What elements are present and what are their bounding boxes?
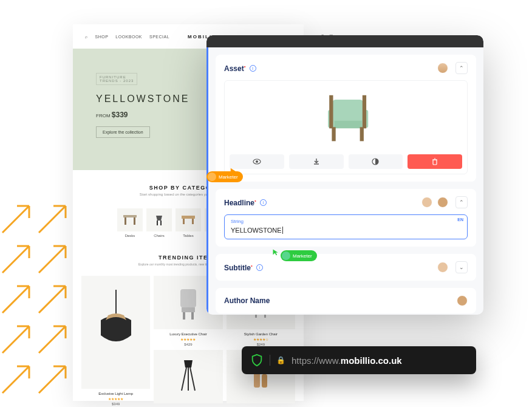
svg-rect-9: [124, 217, 126, 225]
svg-point-43: [256, 160, 258, 163]
info-icon[interactable]: i: [250, 65, 256, 72]
search-icon[interactable]: ⌕: [85, 35, 88, 39]
asset-panel: Asset• i ⌃: [216, 55, 476, 182]
svg-rect-33: [262, 374, 267, 388]
svg-rect-41: [363, 95, 366, 129]
field-type-label: String: [231, 219, 461, 224]
avatar[interactable]: [457, 295, 468, 306]
panel-title: Author Name: [224, 296, 270, 305]
asset-toolbar: [230, 154, 462, 169]
svg-line-29: [182, 368, 186, 391]
svg-rect-13: [182, 216, 195, 219]
tag-label: Marketer: [293, 253, 312, 259]
svg-rect-15: [192, 219, 194, 224]
avatar[interactable]: [437, 197, 448, 208]
marketer-tag: Marketer: [206, 171, 243, 182]
cms-editor-window: Asset• i ⌃ Headline•: [206, 35, 483, 315]
tag-label: Marketer: [219, 174, 238, 180]
panel-title: Headline•: [224, 198, 256, 207]
asset-image[interactable]: [230, 86, 462, 149]
cursor-icon: [272, 247, 279, 255]
avatar: [282, 251, 290, 260]
collapse-button[interactable]: ⌃: [455, 196, 468, 208]
subtitle-panel: Subtitle• i ⌄: [216, 254, 476, 281]
collapse-button[interactable]: ⌃: [455, 62, 468, 74]
svg-rect-14: [183, 219, 185, 224]
svg-rect-24: [191, 312, 194, 320]
product-card[interactable]: Exclusive Light Lamp ★★★★★ $349: [81, 276, 150, 407]
lock-icon: 🔒: [276, 356, 285, 364]
svg-rect-22: [182, 307, 195, 312]
svg-rect-34: [332, 100, 364, 124]
svg-rect-12: [160, 221, 162, 225]
headline-panel: Headline• i ⌃ String YELLOWSTONE EN: [216, 189, 476, 247]
window-titlebar: [206, 35, 483, 47]
marketer-tag: Marketer: [281, 250, 317, 261]
avatar: [208, 173, 216, 181]
avatar[interactable]: [437, 63, 448, 74]
svg-rect-10: [134, 217, 135, 225]
panel-header[interactable]: Author Name: [224, 295, 468, 306]
asset-body: [224, 80, 468, 174]
author-panel: Author Name: [216, 288, 476, 313]
svg-rect-8: [123, 215, 137, 217]
panel-header[interactable]: Subtitle• i ⌄: [224, 261, 468, 273]
svg-rect-40: [329, 95, 333, 129]
contrast-button[interactable]: [349, 154, 403, 169]
svg-rect-45: [433, 160, 437, 165]
product-image: [154, 350, 222, 403]
svg-rect-39: [360, 127, 364, 141]
category-item[interactable]: Tables: [176, 208, 201, 238]
nav-shop[interactable]: SHOP: [95, 35, 109, 39]
info-icon[interactable]: i: [260, 199, 267, 206]
editor-body: Asset• i ⌃ Headline•: [206, 47, 483, 315]
category-item[interactable]: Chairs: [146, 208, 172, 238]
delete-button[interactable]: [408, 154, 462, 169]
svg-rect-38: [332, 127, 335, 141]
svg-line-31: [190, 368, 195, 391]
avatar[interactable]: [437, 262, 448, 273]
browser-url-bar: 🔒 https://www.mobillio.co.uk: [242, 346, 476, 374]
field-value: YELLOWSTONE: [231, 227, 283, 234]
svg-rect-21: [180, 289, 196, 307]
info-icon[interactable]: i: [256, 264, 263, 271]
explore-button[interactable]: Explore the collection: [96, 126, 150, 138]
download-button[interactable]: [289, 154, 344, 169]
category-item[interactable]: Desks: [117, 208, 143, 238]
panel-header[interactable]: Headline• i ⌃: [224, 196, 468, 208]
panel-title: Asset•: [224, 64, 246, 73]
panel-title: Subtitle•: [224, 263, 253, 272]
nav-lookbook[interactable]: LOOKBOOK: [115, 35, 142, 39]
hero-eyebrow: FURNITURE TRENDS - 2023: [96, 73, 137, 85]
url-text: https://www.mobillio.co.uk: [292, 355, 402, 366]
expand-button[interactable]: ⌄: [455, 261, 468, 273]
shield-icon: [250, 354, 264, 367]
avatar[interactable]: [421, 197, 432, 208]
separator: [270, 355, 270, 366]
product-card[interactable]: Black Studio Lamp ★★★★★ $349: [154, 350, 222, 407]
svg-rect-35: [332, 121, 364, 129]
svg-rect-11: [157, 221, 158, 225]
panel-header[interactable]: Asset• i ⌃: [224, 62, 468, 74]
nav-special[interactable]: SPECIAL: [149, 35, 169, 39]
headline-input-field[interactable]: String YELLOWSTONE EN: [224, 214, 468, 239]
language-badge[interactable]: EN: [457, 217, 463, 222]
svg-rect-23: [183, 312, 185, 320]
product-image: [81, 276, 150, 389]
